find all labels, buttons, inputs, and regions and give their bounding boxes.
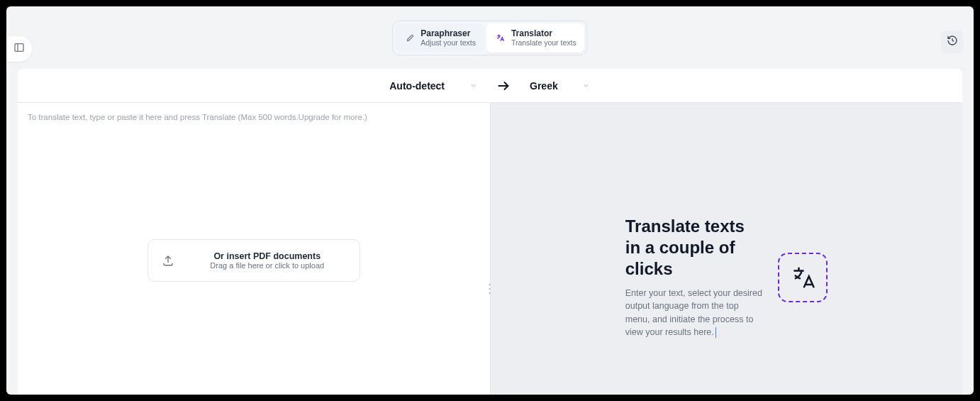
svg-line-3 — [952, 40, 954, 41]
tab-translator-sub: Translate your texts — [511, 38, 577, 48]
swap-languages-button[interactable] — [496, 78, 511, 94]
source-language-label: Auto-detect — [389, 80, 445, 92]
text-cursor — [715, 327, 716, 338]
svg-rect-0 — [15, 44, 23, 52]
tab-paraphraser-title: Paraphraser — [421, 28, 476, 38]
upload-icon — [161, 253, 175, 268]
target-language-label: Greek — [530, 80, 558, 92]
output-empty-state: Translate texts in a couple of clicks En… — [625, 159, 828, 339]
translator-icon — [494, 32, 506, 43]
sidebar-toggle-button[interactable] — [6, 36, 32, 62]
tab-paraphraser[interactable]: Paraphraser Adjust your texts — [395, 23, 484, 53]
tab-translator[interactable]: Translator Translate your texts — [486, 23, 585, 53]
mode-tab-switcher: Paraphraser Adjust your texts Translator… — [392, 21, 587, 55]
empty-state-title: Translate texts in a couple of clicks — [625, 216, 764, 280]
history-button[interactable] — [941, 31, 964, 53]
main-area: Auto-detect Greek To translate text, typ… — [18, 69, 962, 395]
chevron-down-icon — [582, 82, 591, 90]
history-icon — [947, 35, 958, 49]
upload-subtitle: Drag a file here or click to upload — [210, 261, 324, 270]
translate-badge-icon — [778, 253, 828, 302]
tab-translator-title: Translator — [511, 28, 577, 38]
target-language-selector[interactable]: Greek — [530, 80, 591, 92]
language-bar: Auto-detect Greek — [18, 69, 962, 103]
input-panel[interactable]: To translate text, type or paste it here… — [18, 103, 491, 395]
empty-state-description: Enter your text, select your desired out… — [625, 287, 764, 339]
panel-icon — [13, 42, 25, 56]
upload-dropzone[interactable]: Or insert PDF documents Drag a file here… — [147, 239, 360, 282]
tab-paraphraser-sub: Adjust your texts — [421, 38, 476, 48]
source-language-selector[interactable]: Auto-detect — [389, 80, 477, 92]
output-panel: Translate texts in a couple of clicks En… — [491, 103, 963, 395]
chevron-down-icon — [469, 82, 477, 90]
input-placeholder: To translate text, type or paste it here… — [28, 113, 367, 121]
upload-title: Or insert PDF documents — [213, 251, 321, 261]
panels-container: To translate text, type or paste it here… — [18, 103, 962, 395]
paraphraser-icon — [403, 32, 415, 43]
